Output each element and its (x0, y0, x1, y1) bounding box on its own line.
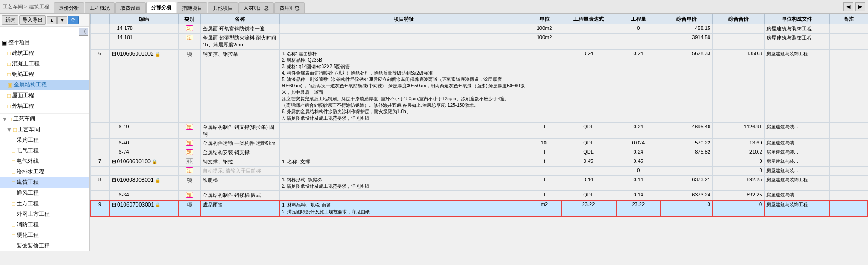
folder-icon: □ (12, 158, 15, 165)
col-name-header: 名称 (200, 14, 280, 24)
cell-name: 金属结构制作 钢楼梯 圆式 (200, 191, 280, 201)
tree-item-tfc[interactable]: □ 土方工程 (0, 198, 89, 209)
cell-feature (280, 34, 528, 50)
table-row[interactable]: 6-19 定 金属结构制作 钢支撑(钢拉条) 圆钢 t QDL 0.24 469… (90, 123, 868, 139)
tab-zaojia[interactable]: 造价分析 (54, 2, 84, 13)
import-export-button[interactable]: 导入导出 (19, 15, 46, 25)
cell-unit: t (528, 148, 561, 157)
table-row[interactable]: 6-34 定 金属结构制作 钢楼梯 圆式 t QDL 0.14 6373.24 … (90, 191, 868, 201)
folder-icon: □ (12, 243, 15, 249)
folder-icon: □ (12, 222, 15, 228)
nav-next-button[interactable]: ▶ (855, 2, 865, 11)
folder-icon: □ (12, 179, 15, 186)
move-down-button[interactable]: ▼ (57, 16, 67, 24)
cell-unit: t (528, 123, 561, 139)
tree-root[interactable]: ▣ 整个项目 (0, 37, 89, 48)
tree-parent-gycj[interactable]: ▼ □ 工艺车间 (0, 113, 89, 124)
cell-note (830, 24, 868, 34)
table-row[interactable]: 14-181 定 金属面 超薄型防火涂料 耐火时间1h、涂层厚度2mm 100m… (90, 34, 868, 50)
cell-type: 项 (178, 200, 200, 217)
col-expr-header: 工程量表达式 (561, 14, 616, 24)
tree-label: 混凝土工程 (12, 60, 40, 68)
tree-item-wq[interactable]: □ 外墙工程 (0, 101, 89, 111)
tree-label: 外墙工程 (12, 102, 34, 110)
tree-item-tgc[interactable]: □ 通风工程 (0, 188, 89, 198)
cell-type: 定 (178, 123, 200, 139)
cell-code (109, 167, 178, 176)
folder-icon: □ (7, 61, 11, 67)
tree-item-dianqixl[interactable]: □ 电气外线 (0, 156, 89, 167)
cell-name: 金属构件运输 一类构件 运距5km (200, 139, 280, 148)
cell-note (830, 50, 868, 123)
tree-item-gjg[interactable]: □ 钢筋工程 (0, 69, 89, 80)
collapse-panel-button[interactable]: 《 (79, 28, 88, 36)
cell-qty: 0.24 (616, 148, 661, 157)
col-feature-header: 项目特征 (280, 14, 528, 24)
tree-item-gycj2[interactable]: ▼ □ 工艺车间 (0, 124, 89, 135)
refresh-button[interactable]: ⟳ (68, 16, 79, 24)
tree-item-zsbc[interactable]: □ 装饰装修工程 (0, 241, 89, 251)
cell-unit (528, 50, 561, 123)
tree-item-jisgcs[interactable]: □ 给排水工程 (0, 167, 89, 177)
table-container[interactable]: 编码 类别 名称 项目特征 单位 工程量表达式 工程量 综合单价 综合合价 单位… (90, 14, 868, 251)
col-file-header: 单位构成文件 (764, 14, 830, 24)
cell-feature (280, 191, 528, 201)
table-row-selected[interactable]: 9 ⊟ 010607003001 🔒 项 成品雨篷 1. 材料品种、规格: 雨 (90, 200, 868, 217)
tree-item-caijuan[interactable]: □ 采购工程 (0, 135, 89, 145)
folder-icon: ▣ (7, 82, 12, 88)
cell-uprice (661, 157, 713, 167)
cell-qty: 0 (616, 24, 661, 34)
col-unit-header: 单位 (528, 14, 561, 24)
move-up-button[interactable]: ▲ (47, 16, 57, 24)
tab-feiyong[interactable]: 费用汇总 (274, 2, 305, 13)
cell-code: 6-34 (109, 191, 178, 201)
tab-fenbufenxiang[interactable]: 分部分项 (146, 2, 176, 13)
table-row[interactable]: 8 ⊟ 010608008001 🔒 项 铁爬梯 1. 钢梯形式: 铁爬梯 2 (90, 176, 868, 191)
tree-item-jsjg[interactable]: ▣ 金属结构工程 (0, 80, 89, 90)
cell-feature (280, 148, 528, 157)
col-seq-header (90, 14, 109, 24)
tab-qufei[interactable]: 取费设置 (115, 2, 146, 13)
tab-qita[interactable]: 其他项目 (208, 2, 238, 13)
cell-seq (90, 34, 109, 50)
cell-uprice: 3914.59 (661, 34, 713, 50)
tab-cuoshi[interactable]: 措施项目 (177, 2, 207, 13)
table-row[interactable]: 7 ⊟ 01060600100 🔒 补 钢支撑、钢拉 1. 名称: 支撑 (90, 157, 868, 167)
tree-label: 给排水工程 (17, 168, 44, 176)
cell-unit: 100m2 (528, 24, 561, 34)
root-expand-icon: ▣ (2, 40, 7, 46)
tree-item-xfgc[interactable]: □ 消防工程 (0, 219, 89, 230)
cell-seq: 8 (90, 176, 109, 191)
cell-unit (528, 167, 561, 176)
col-total-header: 综合合价 (713, 14, 765, 24)
cell-total: 0 (713, 157, 765, 167)
table-row[interactable]: 6-74 定 金属结构安装 钢支撑 t QDL 0.24 875.82 210.… (90, 148, 868, 157)
cell-total: 1350.8 (713, 50, 765, 123)
table-row[interactable]: 定 自动提示: 请输入子目简称 0 0 房屋建筑与装… (90, 167, 868, 176)
table-row[interactable]: 6 ⊟ 010606001002 🔒 项 钢支撑、钢拉条 1. 名称: 屋面檩 (90, 50, 868, 123)
tree-item-yhgc[interactable]: □ 硬化工程 (0, 230, 89, 241)
cell-seq (90, 191, 109, 201)
breadcrumb: 工艺车间 > 建筑工程 (3, 3, 49, 10)
tab-rencaiji[interactable]: 人材机汇总 (238, 2, 274, 13)
tree-item-jz[interactable]: □ 建筑工程 (0, 48, 89, 58)
tree-item-wwtf[interactable]: □ 外网土方工程 (0, 209, 89, 219)
nav-prev-button[interactable]: ◀ (843, 2, 853, 11)
cell-expr: QDL (561, 139, 616, 148)
tree-item-dianqi[interactable]: □ 电气工程 (0, 145, 89, 156)
left-panel: 新建 导入导出 ▲ ▼ ⟳ 《 ▣ 整个项目 □ 建筑工程 (0, 14, 90, 251)
cell-uprice: 5628.33 (661, 50, 713, 123)
cell-name: 金属结构制作 钢支撑(钢拉条) 圆钢 (200, 123, 280, 139)
new-button[interactable]: 新建 (2, 15, 18, 25)
tree-item-wmg[interactable]: □ 屋面工程 (0, 90, 89, 101)
cell-note (830, 191, 868, 201)
tree-item-hnt[interactable]: □ 混凝土工程 (0, 58, 89, 69)
tree-item-jzgc[interactable]: □ 建筑工程 (0, 177, 89, 188)
table-row[interactable]: 14-178 定 金属面 环氧富锌防锈漆一遍 100m2 0 458.15 房屋… (90, 24, 868, 34)
tab-gaikuang[interactable]: 工程概况 (85, 2, 115, 13)
tree-label: 工艺车间 (18, 126, 40, 133)
cell-file: 房屋建筑与装… (764, 157, 830, 167)
cell-type: 项 (178, 50, 200, 123)
tree-label: 建筑工程 (17, 179, 39, 186)
table-row[interactable]: 6-40 定 金属构件运输 一类构件 运距5km 10t QDL 0.024 5… (90, 139, 868, 148)
